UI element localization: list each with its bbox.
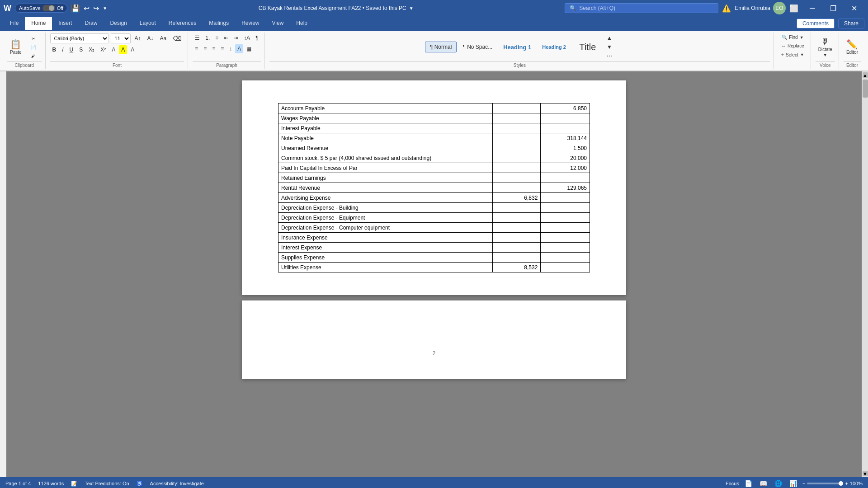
font-shrink-button[interactable]: A↓ (145, 34, 156, 43)
tab-insert[interactable]: Insert (52, 17, 78, 30)
ribbon-tabs: File Home Insert Draw Design Layout Refe… (0, 16, 868, 31)
shading-button[interactable]: A (235, 44, 243, 53)
sort-button[interactable]: ↕A (241, 33, 252, 42)
copy-button[interactable]: 📄 (25, 43, 42, 51)
font-size-select[interactable]: 11 (111, 33, 131, 43)
style-no-space[interactable]: ¶ No Spac... (458, 42, 497, 52)
restore-button[interactable]: ❐ (823, 0, 844, 16)
table-row: Insurance Expense (278, 233, 590, 243)
find-button[interactable]: 🔍 Find ▼ (779, 33, 806, 41)
undo-button[interactable]: ↩ (84, 4, 90, 13)
underline-button[interactable]: U (67, 45, 76, 54)
tab-draw[interactable]: Draw (78, 17, 104, 30)
account-name-cell: Insurance Expense (278, 233, 493, 243)
autosave-label: AutoSave (19, 5, 41, 11)
style-heading2[interactable]: Heading 2 (537, 42, 571, 52)
replace-button[interactable]: ↔ Replace (778, 42, 807, 50)
borders-button[interactable]: ▦ (244, 44, 254, 53)
zoom-slider[interactable] (807, 483, 843, 484)
align-center-button[interactable]: ≡ (201, 44, 209, 53)
scroll-bar[interactable]: ▲ ▼ (862, 71, 868, 477)
accessibility-label: Accessibility: Investigate (150, 481, 204, 486)
align-left-button[interactable]: ≡ (193, 44, 200, 53)
zoom-out-button[interactable]: − (802, 481, 805, 486)
minimize-button[interactable]: ─ (802, 0, 823, 16)
debit-cell (493, 113, 541, 123)
web-layout-view[interactable]: 🌐 (773, 479, 784, 488)
change-case-button[interactable]: Aa (158, 34, 169, 43)
editor-button[interactable]: ✏️ Editor (844, 35, 861, 59)
dictate-button[interactable]: 🎙 Dictate ▼ (816, 35, 835, 59)
layout-icon[interactable]: ⬜ (789, 4, 798, 13)
highlight-button[interactable]: A (119, 45, 127, 54)
editing-tools: 🔍 Find ▼ ↔ Replace ⌖ Select ▼ (778, 33, 807, 61)
editor-label: Editor (846, 50, 858, 55)
document-area[interactable]: Accounts Payable6,850Wages PayableIntere… (6, 71, 862, 477)
numbering-button[interactable]: 1. (203, 33, 212, 42)
spell-check-icon[interactable]: 📝 (71, 481, 77, 487)
style-heading1[interactable]: Heading 1 (498, 42, 536, 53)
show-marks-button[interactable]: ¶ (253, 33, 260, 42)
italic-button[interactable]: I (60, 45, 66, 54)
tab-mailings[interactable]: Mailings (203, 17, 235, 30)
format-painter-button[interactable]: 🖌 (25, 52, 42, 60)
read-mode-view[interactable]: 📖 (758, 479, 769, 488)
accessibility-icon[interactable]: ♿ (137, 481, 143, 487)
autosave-toggle[interactable] (42, 5, 55, 11)
decrease-indent-button[interactable]: ⇤ (222, 33, 231, 42)
tab-review[interactable]: Review (235, 17, 265, 30)
justify-button[interactable]: ≡ (218, 44, 226, 53)
comments-button[interactable]: Comments (797, 19, 835, 28)
share-button[interactable]: Share (838, 19, 864, 28)
styles-expand[interactable]: ⋯ (604, 52, 614, 61)
subscript-button[interactable]: X₂ (86, 45, 97, 54)
tab-view[interactable]: View (266, 17, 290, 30)
find-icon: 🔍 (782, 35, 787, 40)
close-button[interactable]: ✕ (844, 0, 864, 16)
styles-scroll-up[interactable]: ▲ (604, 33, 614, 42)
zoom-control[interactable]: − + 100% (802, 481, 863, 486)
style-normal[interactable]: ¶ Normal (425, 42, 457, 52)
font-family-select[interactable]: Calibri (Body) (50, 33, 109, 43)
font-color-button[interactable]: A (109, 45, 118, 54)
cut-button[interactable]: ✂ (25, 35, 42, 42)
tab-references[interactable]: References (162, 17, 203, 30)
bullets-button[interactable]: ☰ (193, 33, 202, 42)
font-grow-button[interactable]: A↑ (132, 34, 143, 43)
tab-home[interactable]: Home (25, 17, 52, 30)
bold-button[interactable]: B (50, 45, 59, 54)
style-title[interactable]: Title (572, 40, 604, 55)
text-effects-button[interactable]: A (128, 45, 137, 54)
autosave-badge[interactable]: AutoSave Off (15, 4, 67, 13)
scroll-thumb[interactable] (863, 80, 868, 98)
line-spacing-button[interactable]: ↕ (227, 44, 234, 53)
table-row: Depreciation Expense - Computer equipmen… (278, 223, 590, 233)
title-bar-left: W AutoSave Off 💾 ↩ ↪ ▼ (4, 4, 107, 13)
redo-button[interactable]: ↪ (93, 4, 99, 13)
focus-button[interactable]: Focus (726, 481, 739, 486)
search-box[interactable]: 🔍 Search (Alt+Q) (565, 3, 718, 13)
clear-format-button[interactable]: ⌫ (170, 34, 184, 43)
align-right-button[interactable]: ≡ (210, 44, 217, 53)
superscript-button[interactable]: X² (98, 45, 108, 54)
print-layout-view[interactable]: 📄 (743, 479, 754, 488)
title-dropdown-icon[interactable]: ▼ (409, 6, 414, 11)
multilevel-list-button[interactable]: ≡ (213, 33, 221, 42)
search-placeholder: Search (Alt+Q) (579, 5, 615, 11)
tab-layout[interactable]: Layout (133, 17, 162, 30)
increase-indent-button[interactable]: ⇥ (231, 33, 241, 42)
zoom-in-button[interactable]: + (845, 481, 848, 486)
strikethrough-button[interactable]: S (77, 45, 85, 54)
extra-view[interactable]: 📊 (788, 479, 799, 488)
scroll-down-button[interactable]: ▼ (863, 471, 868, 476)
account-name-cell: Paid In Capital In Excess of Par (278, 163, 493, 173)
save-button[interactable]: 💾 (71, 4, 80, 13)
scroll-up-button[interactable]: ▲ (863, 72, 868, 78)
select-button[interactable]: ⌖ Select ▼ (778, 51, 807, 59)
paste-button[interactable]: 📋 Paste (7, 35, 24, 59)
tab-help[interactable]: Help (290, 17, 314, 30)
styles-scroll-down[interactable]: ▼ (604, 42, 614, 52)
tab-design[interactable]: Design (104, 17, 133, 30)
quick-access-dropdown[interactable]: ▼ (103, 6, 107, 11)
tab-file[interactable]: File (4, 17, 25, 30)
